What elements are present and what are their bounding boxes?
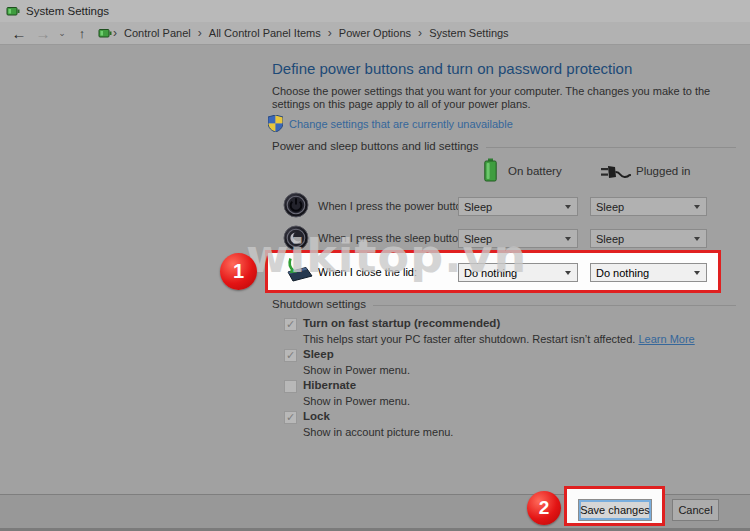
lock-checkbox[interactable] bbox=[284, 411, 297, 424]
selected-value: Sleep bbox=[464, 201, 492, 213]
address-power-options-icon bbox=[98, 26, 112, 40]
power-button-plugged-in-select[interactable]: Sleep bbox=[590, 197, 707, 216]
shutdown-section-header: Shutdown settings bbox=[272, 298, 736, 310]
battery-icon bbox=[484, 158, 497, 182]
recent-pages-chevron-icon[interactable]: ⌄ bbox=[56, 28, 68, 38]
breadcrumb-separator: › bbox=[418, 26, 422, 40]
plug-icon bbox=[601, 164, 631, 180]
learn-more-link[interactable]: Learn More bbox=[638, 333, 694, 345]
chevron-down-icon bbox=[565, 205, 571, 209]
forward-icon[interactable]: → bbox=[34, 25, 52, 42]
breadcrumb-all-items[interactable]: All Control Panel Items bbox=[209, 27, 321, 39]
section-divider bbox=[373, 305, 736, 306]
breadcrumb-separator: › bbox=[113, 26, 117, 40]
plugged-in-column-header: Plugged in bbox=[636, 165, 690, 177]
hibernate-checkbox[interactable] bbox=[284, 380, 297, 393]
fast-startup-description: This helps start your PC faster after sh… bbox=[303, 333, 695, 345]
up-icon[interactable]: ↑ bbox=[74, 26, 90, 41]
selected-value: Do nothing bbox=[596, 267, 649, 279]
breadcrumb: › Control Panel › All Control Panel Item… bbox=[112, 26, 512, 40]
section-divider bbox=[486, 147, 737, 148]
breadcrumb-power-options[interactable]: Power Options bbox=[339, 27, 411, 39]
power-options-icon bbox=[6, 4, 20, 18]
chevron-down-icon bbox=[694, 205, 700, 209]
fast-startup-label: Turn on fast startup (recommended) bbox=[303, 317, 500, 329]
chevron-down-icon bbox=[565, 271, 571, 275]
watermark: wikitop.vn bbox=[246, 229, 527, 283]
page-title: Define power buttons and turn on passwor… bbox=[272, 60, 632, 77]
fast-startup-checkbox[interactable] bbox=[284, 318, 297, 331]
chevron-down-icon bbox=[694, 271, 700, 275]
breadcrumb-separator: › bbox=[328, 26, 332, 40]
cancel-button[interactable]: Cancel bbox=[672, 499, 719, 521]
hibernate-option-description: Show in Power menu. bbox=[303, 395, 410, 407]
lock-option-label: Lock bbox=[303, 410, 330, 422]
breadcrumb-separator: › bbox=[198, 26, 202, 40]
lid-plugged-in-select[interactable]: Do nothing bbox=[590, 263, 707, 282]
hibernate-option-label: Hibernate bbox=[303, 379, 356, 391]
page-description: Choose the power settings that you want … bbox=[272, 85, 742, 111]
breadcrumb-control-panel[interactable]: Control Panel bbox=[124, 27, 191, 39]
navigation-bar: ← → ⌄ ↑ › Control Panel › All Control Pa… bbox=[0, 22, 750, 45]
fast-startup-description-text: This helps start your PC faster after sh… bbox=[303, 333, 638, 345]
title-bar: System Settings bbox=[0, 0, 750, 22]
annotation-step-2-badge: 2 bbox=[527, 491, 561, 525]
sleep-option-description: Show in Power menu. bbox=[303, 364, 410, 376]
chevron-down-icon bbox=[694, 237, 700, 241]
lock-option-description: Show in account picture menu. bbox=[303, 426, 453, 438]
chevron-down-icon bbox=[565, 237, 571, 241]
uac-shield-icon bbox=[268, 115, 283, 132]
selected-value: Sleep bbox=[596, 233, 624, 245]
power-section-header: Power and sleep buttons and lid settings bbox=[272, 140, 736, 152]
selected-value: Sleep bbox=[596, 201, 624, 213]
shutdown-section-title: Shutdown settings bbox=[272, 298, 366, 310]
sleep-button-plugged-in-select[interactable]: Sleep bbox=[590, 229, 707, 248]
power-section-title: Power and sleep buttons and lid settings bbox=[272, 140, 479, 152]
change-unavailable-settings-link[interactable]: Change settings that are currently unava… bbox=[289, 118, 513, 130]
window-title: System Settings bbox=[26, 5, 109, 17]
on-battery-column-header: On battery bbox=[508, 165, 562, 177]
admin-link-row: Change settings that are currently unava… bbox=[268, 115, 513, 132]
power-button-row-label: When I press the power button: bbox=[318, 200, 471, 212]
system-settings-window: System Settings ← → ⌄ ↑ › Control Panel … bbox=[0, 0, 750, 531]
sleep-option-label: Sleep bbox=[303, 348, 334, 360]
power-button-icon bbox=[283, 192, 309, 218]
annotation-step-1-badge: 1 bbox=[220, 253, 257, 290]
power-button-on-battery-select[interactable]: Sleep bbox=[458, 197, 578, 216]
back-icon[interactable]: ← bbox=[10, 25, 28, 42]
sleep-checkbox[interactable] bbox=[284, 349, 297, 362]
save-changes-button[interactable]: Save changes bbox=[578, 499, 652, 521]
breadcrumb-system-settings[interactable]: System Settings bbox=[429, 27, 508, 39]
